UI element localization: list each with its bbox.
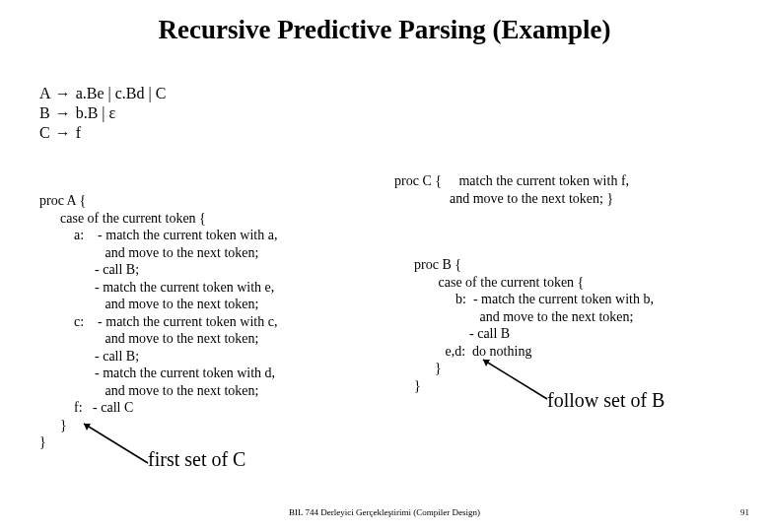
grammar-l1-left: A [39,85,50,101]
page-title: Recursive Predictive Parsing (Example) [0,15,769,45]
grammar-line-3: C → f [39,123,166,143]
first-set-label: first set of C [148,448,245,471]
arrow-icon: → [54,84,72,103]
arrow-icon: → [54,103,72,123]
grammar-l1-right: a.Be | c.Bd | C [76,85,167,101]
footer-page-number: 91 [740,507,749,517]
arrow-icon: → [54,123,72,143]
proc-c-code: proc C { match the current token with f,… [394,172,629,207]
grammar-l3-right: f [76,124,81,141]
footer-center-text: BIL 744 Derleyici Gerçekleştirimi (Compi… [0,507,769,517]
proc-b-code: proc B { case of the current token { b: … [414,256,654,394]
grammar-block: A → a.Be | c.Bd | C B → b.B | ε C → f [39,84,166,143]
follow-set-label: follow set of B [547,389,664,412]
grammar-line-2: B → b.B | ε [39,103,166,123]
slide: Recursive Predictive Parsing (Example) A… [0,0,769,532]
grammar-l2-left: B [39,104,50,121]
grammar-line-1: A → a.Be | c.Bd | C [39,84,166,103]
proc-a-code: proc A { case of the current token { a: … [39,192,277,451]
grammar-l2-right: b.B | ε [76,104,116,121]
grammar-l3-left: C [39,124,50,141]
